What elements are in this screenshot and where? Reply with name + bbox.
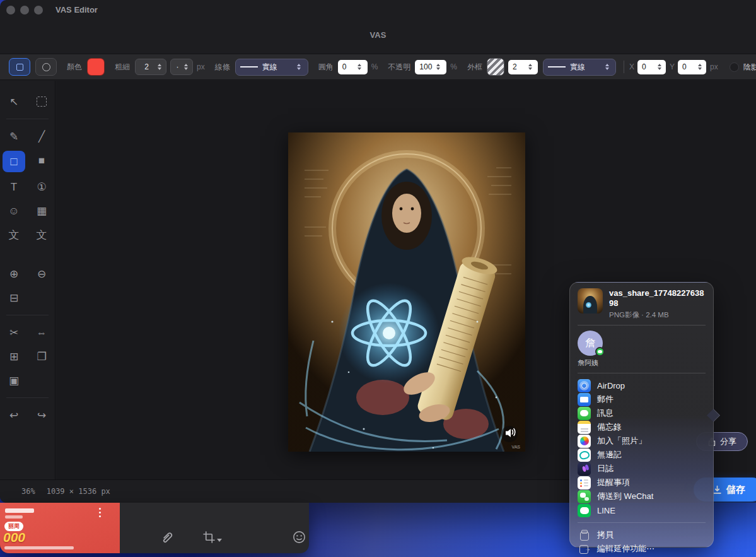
share-item-reminders[interactable]: 提醒事項 <box>578 476 706 490</box>
position-px-label: px <box>710 62 718 71</box>
y-input[interactable]: 0 <box>678 60 706 74</box>
copy-icon <box>578 529 591 542</box>
ad-text-placeholder <box>4 546 74 549</box>
border-style-select[interactable]: 實線 <box>543 59 616 76</box>
wechat-icon <box>578 490 591 503</box>
airdrop-icon <box>578 379 591 392</box>
chat-ad-banner[interactable]: 丽周 000 <box>0 503 120 553</box>
share-item-notes[interactable]: 備忘錄 <box>578 420 706 434</box>
contact-avatar: 詹 <box>578 331 603 356</box>
emoji-button[interactable] <box>293 531 306 546</box>
share-item-messages[interactable]: 訊息 <box>578 406 706 420</box>
color-label: 顏色 <box>67 62 82 73</box>
tool-undo[interactable]: ↩ <box>4 406 23 425</box>
share-item-mail[interactable]: 郵件 <box>578 392 706 406</box>
photos-icon <box>578 435 591 448</box>
shadow-label: 陰影 <box>743 62 756 73</box>
tool-marker[interactable]: ✎ <box>4 127 23 146</box>
tool-zoom-in[interactable]: ⊕ <box>4 264 23 283</box>
share-item-journal[interactable]: 日誌 <box>578 462 706 476</box>
tool-cursor[interactable]: ↖ <box>4 92 23 111</box>
more-options-icon[interactable] <box>99 508 101 510</box>
notes-icon <box>578 421 591 434</box>
close-button[interactable] <box>6 6 15 15</box>
tool-redo[interactable]: ↪ <box>32 406 51 425</box>
image-watermark: VAS <box>512 445 521 449</box>
line-icon <box>578 504 591 517</box>
edited-image[interactable]: VAS <box>288 132 525 452</box>
share-item-line[interactable]: LINE <box>578 503 706 517</box>
tool-flip[interactable]: ⇔ <box>32 323 51 342</box>
px-unit-label: px <box>197 62 205 71</box>
thickness-stepper[interactable]: 2 <box>135 59 166 75</box>
attachment-button[interactable] <box>160 530 173 546</box>
tool-number-badge[interactable]: ① <box>32 177 51 196</box>
line-style-select[interactable]: 實線 <box>235 59 308 76</box>
journal-icon <box>578 462 591 476</box>
minimize-button[interactable] <box>20 6 29 15</box>
thickness-secondary-stepper[interactable]: · <box>170 59 193 75</box>
ad-amount: 000 <box>3 530 25 545</box>
share-item-photos[interactable]: 加入「照片」 <box>578 434 706 448</box>
messages-icon <box>578 407 591 420</box>
tool-fill-region[interactable]: ▣ <box>4 371 23 390</box>
file-title: vas_share_1774822763898 <box>609 288 706 308</box>
file-meta: PNG影像 · 2.4 MB <box>609 310 706 320</box>
share-action-extensions[interactable]: 編輯延伸功能⋯ <box>578 542 706 556</box>
color-swatch[interactable] <box>87 58 105 76</box>
opacity-label: 不透明 <box>388 62 410 73</box>
share-item-freeform[interactable]: 無邊記 <box>578 448 706 462</box>
tool-cjk-text-alt[interactable]: 文 <box>32 225 51 244</box>
share-item-airdrop[interactable]: AirDrop <box>578 378 706 392</box>
messages-badge-icon <box>595 347 605 356</box>
corner-radius-label: 圓角 <box>318 62 334 73</box>
tool-zoom-out[interactable]: ⊖ <box>32 264 51 283</box>
file-thumbnail <box>578 288 603 314</box>
zoom-button[interactable] <box>34 6 43 15</box>
x-input[interactable]: 0 <box>637 60 666 74</box>
screenshot-button[interactable] <box>203 531 222 546</box>
line-label: 線條 <box>215 62 230 73</box>
tool-duplicate[interactable]: ❐ <box>32 347 51 366</box>
ad-text-placeholder <box>5 515 23 519</box>
tool-rectangle[interactable]: □ <box>3 151 25 172</box>
opacity-input[interactable]: 100 <box>415 60 446 74</box>
x-label: X <box>629 62 634 71</box>
tool-select-area[interactable] <box>32 92 51 111</box>
share-action-copy[interactable]: 拷貝 <box>578 528 706 542</box>
tool-text[interactable]: T <box>4 177 23 196</box>
sidebar-divider <box>6 397 49 398</box>
border-color-swatch[interactable] <box>487 58 504 76</box>
tool-emoji[interactable]: ☺ <box>4 201 23 220</box>
shadow-checkbox[interactable] <box>730 62 739 72</box>
zoom-level: 36% <box>21 487 35 496</box>
rectangle-shape-button[interactable] <box>9 58 30 76</box>
tool-split[interactable]: ⊟ <box>4 288 23 307</box>
tool-filled-square[interactable]: ■ <box>32 151 51 170</box>
ellipse-shape-button[interactable] <box>35 58 57 76</box>
border-width-input[interactable]: 2 <box>508 60 538 74</box>
popup-divider <box>578 325 706 325</box>
solid-line-icon <box>240 66 258 67</box>
share-item-wechat[interactable]: 傳送到 WeChat <box>578 490 706 503</box>
popup-divider <box>578 522 706 523</box>
app-title: VAS Editor <box>55 5 98 15</box>
tool-sidebar: ↖ ✎╱□■T①☺▦文文 ⊕⊖⊟ ✂⇔⊞❐▣ ↩↪ <box>0 81 55 479</box>
corner-radius-input[interactable]: 0 <box>338 60 368 74</box>
contact-name: 詹阿姨 <box>578 358 609 368</box>
tool-crop[interactable]: ✂ <box>4 323 23 342</box>
solid-line-icon <box>548 66 566 67</box>
tool-cjk-text[interactable]: 文 <box>4 225 23 244</box>
sidebar-divider <box>6 119 49 119</box>
share-contact[interactable]: 詹 詹阿姨 <box>578 331 609 368</box>
tool-grid[interactable]: ⊞ <box>4 347 23 366</box>
share-file-header: vas_share_1774822763898 PNG影像 · 2.4 MB <box>578 288 706 320</box>
titlebar[interactable]: VAS Editor <box>0 0 756 21</box>
tool-line[interactable]: ╱ <box>32 127 51 146</box>
mute-audio-button[interactable] <box>501 426 518 442</box>
mail-icon <box>578 393 591 406</box>
extensions-icon <box>578 542 591 556</box>
smiley-icon <box>293 531 306 544</box>
opacity-percent-label: % <box>450 62 457 71</box>
tool-mosaic[interactable]: ▦ <box>32 201 51 220</box>
